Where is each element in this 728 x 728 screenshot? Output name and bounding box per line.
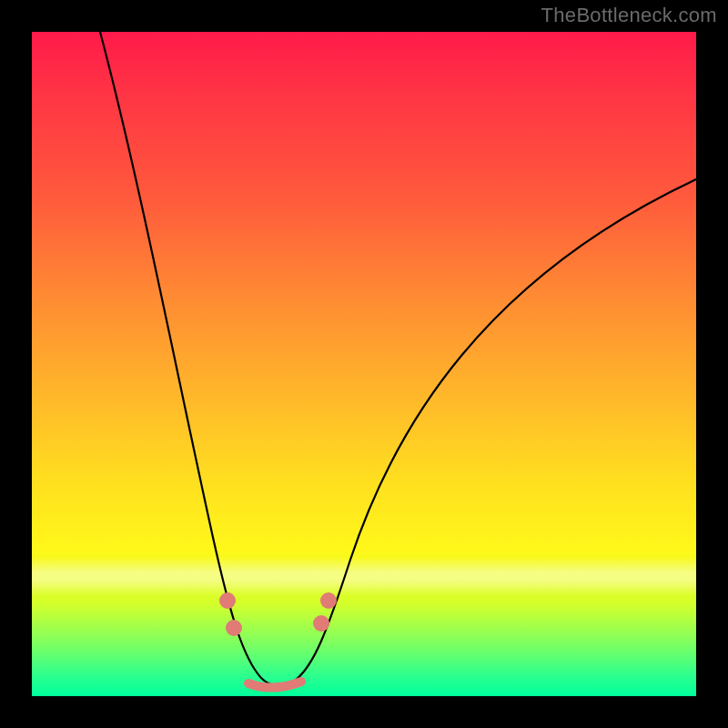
plot-area [32, 32, 696, 696]
marker-right-lower [313, 615, 329, 632]
marker-left-upper [219, 592, 236, 609]
trough-highlight [248, 682, 301, 688]
marker-left-lower [226, 620, 242, 636]
chart-frame: TheBottleneck.com [0, 0, 728, 728]
bottleneck-curve [100, 32, 696, 686]
marker-right-upper [320, 592, 337, 609]
curve-layer [32, 32, 696, 696]
watermark-text: TheBottleneck.com [541, 4, 717, 27]
